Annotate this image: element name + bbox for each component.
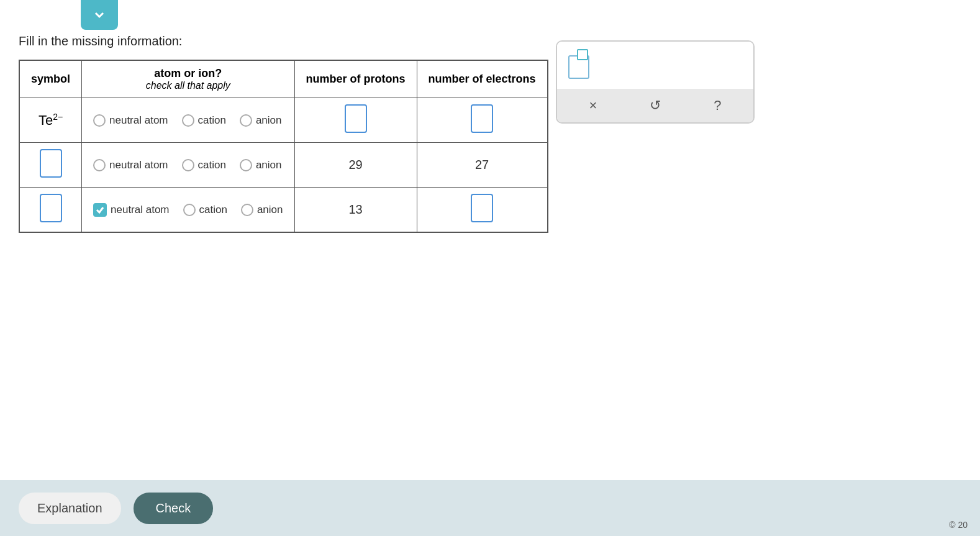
collapse-button[interactable] [81,0,118,30]
panel-symbol-icon [568,52,594,79]
panel-bottom: × ↺ ? [557,89,753,122]
panel-help-button[interactable]: ? [714,98,721,114]
anion-radio-3[interactable]: anion [241,204,283,216]
electrons-cell-1[interactable] [417,98,548,143]
radio-circle-icon [182,159,194,171]
col-header-atom-or-ion: atom or ion? check all that apply [82,60,294,98]
col-header-symbol: symbol [19,60,82,98]
atom-ion-cell-3: neutral atom cation anion [82,188,294,233]
copyright-text: © 20 [949,520,968,530]
instruction-text: Fill in the missing information: [19,34,961,48]
check-button[interactable]: Check [134,493,214,524]
symbol-cell-3[interactable] [19,188,82,233]
electrons-cell-2: 27 [417,143,548,188]
radio-circle-icon [241,204,253,216]
col-header-protons: number of protons [294,60,417,98]
radio-circle-icon [240,114,252,127]
anion-radio-2[interactable]: anion [240,159,282,171]
data-table: symbol atom or ion? check all that apply… [19,60,548,233]
panel-top [557,42,753,89]
electrons-input-3[interactable] [471,194,493,222]
neutral-atom-radio-1[interactable]: neutral atom [93,114,168,127]
protons-cell-3: 13 [294,188,417,233]
electrons-input-1[interactable] [471,104,493,133]
radio-circle-icon [240,159,252,171]
radio-circle-icon [93,114,106,127]
panel-reset-button[interactable]: ↺ [650,98,661,114]
cation-radio-3[interactable]: cation [183,204,227,216]
symbol-input-panel: × ↺ ? [556,40,755,124]
radio-circle-icon [93,159,106,171]
panel-small-square-icon [577,49,588,60]
cation-radio-1[interactable]: cation [182,114,226,127]
symbol-cell-2[interactable] [19,143,82,188]
symbol-cell-1: Te2− [19,98,82,143]
neutral-atom-radio-3[interactable]: neutral atom [93,203,170,217]
atom-ion-cell-1: neutral atom cation anion [82,98,294,143]
radio-circle-icon [182,114,194,127]
checkbox-checked-icon [93,203,107,217]
col-header-electrons: number of electrons [417,60,548,98]
bottom-bar: Explanation Check [0,480,980,536]
panel-close-button[interactable]: × [589,98,597,114]
protons-input-1[interactable] [345,104,367,133]
symbol-input-2[interactable] [40,149,62,178]
explanation-button[interactable]: Explanation [19,493,121,524]
neutral-atom-radio-2[interactable]: neutral atom [93,159,168,171]
electrons-cell-3[interactable] [417,188,548,233]
table-row: neutral atom cation anion [19,143,548,188]
anion-radio-1[interactable]: anion [240,114,282,127]
table-row: Te2− neutral atom cation [19,98,548,143]
table-row: neutral atom cation anion [19,188,548,233]
cation-radio-2[interactable]: cation [182,159,226,171]
protons-cell-2: 29 [294,143,417,188]
radio-circle-icon [183,204,196,216]
protons-cell-1[interactable] [294,98,417,143]
symbol-input-3[interactable] [40,194,62,222]
atom-ion-cell-2: neutral atom cation anion [82,143,294,188]
table-wrapper: symbol atom or ion? check all that apply… [19,60,961,233]
